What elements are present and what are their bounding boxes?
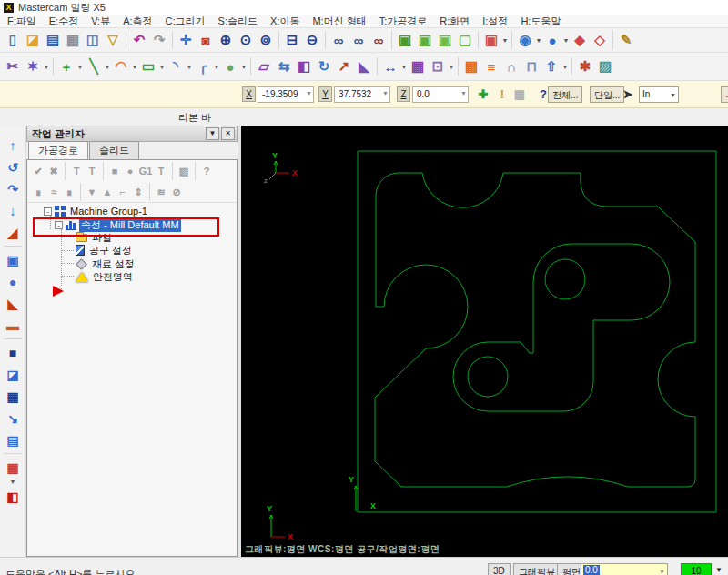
chevron-down-icon[interactable]: ▼ bbox=[448, 64, 455, 70]
z-coordinate-field[interactable]: 0.0▼ bbox=[412, 86, 469, 103]
xform-project-icon[interactable]: ◣ bbox=[354, 56, 374, 76]
level-indicator[interactable]: 10 bbox=[681, 563, 712, 575]
shading-off-icon[interactable]: ◇ bbox=[590, 30, 610, 50]
drill-circles[interactable] bbox=[468, 259, 585, 397]
zoom-previous-icon[interactable]: ⊟ bbox=[282, 30, 302, 50]
insert-position-marker[interactable] bbox=[53, 285, 64, 298]
pattern-grid-icon[interactable]: ▦ bbox=[408, 56, 428, 76]
expander-icon[interactable]: - bbox=[55, 221, 63, 229]
menu-settings[interactable]: I:설정 bbox=[482, 15, 508, 28]
solids-draft-icon[interactable]: ↘ bbox=[2, 408, 24, 429]
delete-entities-icon[interactable]: ▽ bbox=[103, 30, 123, 50]
gview-outline-icon[interactable]: ▢ bbox=[455, 30, 475, 50]
autocursor-config-icon[interactable]: ▦ bbox=[511, 86, 528, 103]
chevron-down-icon[interactable]: ▼ bbox=[460, 90, 467, 96]
chevron-down-icon[interactable]: ▼ bbox=[400, 64, 408, 70]
tree-row-machine-group[interactable]: - Machine Group-1 bbox=[44, 205, 149, 217]
chevron-down-icon[interactable]: ▼ bbox=[535, 37, 542, 44]
y-axis-button[interactable]: Y bbox=[318, 86, 332, 102]
new-file-icon[interactable]: ▯ bbox=[3, 30, 23, 50]
repaint-icon[interactable]: ◙ bbox=[196, 30, 216, 50]
solids-trim-icon[interactable]: ◣ bbox=[2, 293, 24, 314]
shading-on-icon[interactable]: ◆ bbox=[570, 30, 590, 50]
chevron-down-icon[interactable]: ▼ bbox=[104, 64, 111, 70]
lock-display-icon[interactable]: ∎ bbox=[62, 186, 76, 199]
y-coordinate-field[interactable]: 37.7532▼ bbox=[334, 86, 390, 103]
render-icon[interactable]: ✱ bbox=[575, 56, 595, 76]
lock-icon[interactable]: ∎ bbox=[31, 186, 46, 199]
view-3d-button[interactable]: 3D bbox=[488, 563, 511, 575]
solids-shell-icon[interactable]: ▣ bbox=[2, 249, 24, 270]
create-arc-icon[interactable]: ◠ bbox=[111, 56, 131, 76]
solids-loft-icon[interactable]: ↓ bbox=[2, 200, 24, 221]
fit-screen-icon[interactable]: ✛ bbox=[176, 30, 196, 50]
xform-offset-icon[interactable]: ↗ bbox=[334, 56, 354, 76]
trim-break-icon[interactable]: ✂ bbox=[3, 56, 23, 76]
regen-dirty-icon[interactable]: T bbox=[85, 165, 99, 178]
tree-label-selected[interactable]: 속성 - Mill Default MM bbox=[79, 218, 181, 232]
gview-cube-icon[interactable]: ▣ bbox=[481, 30, 501, 50]
z-axis-button[interactable]: Z bbox=[397, 86, 410, 102]
expander-icon[interactable]: - bbox=[44, 207, 52, 216]
chevron-down-icon[interactable]: ▼ bbox=[501, 37, 509, 44]
chevron-down-icon[interactable]: ▼ bbox=[213, 64, 220, 70]
redo-icon[interactable]: ↷ bbox=[149, 30, 169, 50]
gview-iso-icon[interactable]: ▣ bbox=[415, 30, 435, 50]
solids-fillet-icon[interactable]: ◢ bbox=[2, 222, 24, 243]
gview-button[interactable]: 그래픽뷰 bbox=[513, 563, 561, 575]
zoom-in-icon[interactable]: ⊕ bbox=[216, 30, 236, 50]
autocursor-override-icon[interactable]: ! bbox=[494, 86, 511, 103]
menu-analyze[interactable]: A:측정 bbox=[123, 15, 152, 28]
open-file-icon[interactable]: ◪ bbox=[23, 30, 43, 50]
part-contour[interactable] bbox=[375, 173, 695, 487]
menu-edit[interactable]: E:수정 bbox=[49, 15, 78, 28]
analyze-check-icon[interactable]: ∞ bbox=[369, 30, 389, 50]
solids-pattern-icon[interactable]: ▦ bbox=[2, 457, 24, 478]
chevron-down-icon[interactable]: ▼ bbox=[382, 90, 389, 96]
menu-help[interactable]: H:도움말 bbox=[521, 15, 561, 28]
highfeed-icon[interactable]: T bbox=[154, 165, 168, 178]
tree-row-properties[interactable]: - 속성 - Mill Default MM bbox=[55, 218, 181, 231]
autocursor-fastpoint-icon[interactable]: ✚ bbox=[475, 86, 491, 103]
tree-row-tool-settings[interactable]: 공구 설정 bbox=[76, 244, 134, 257]
move-up-icon[interactable]: ▲ bbox=[100, 186, 115, 199]
solids-boolean-icon[interactable]: ● bbox=[2, 271, 24, 292]
gview-iso-shaded-icon[interactable]: ▣ bbox=[395, 30, 415, 50]
filter-icon[interactable]: ⊘ bbox=[169, 186, 184, 199]
nesting-icon[interactable]: ⊡ bbox=[428, 56, 448, 76]
chevron-down-icon[interactable]: ▼ bbox=[659, 569, 665, 575]
chevron-down-icon[interactable]: ▼ bbox=[240, 64, 248, 70]
chevron-down-icon[interactable]: ▼ bbox=[306, 90, 312, 96]
chevron-down-icon[interactable]: ▼ bbox=[131, 64, 138, 70]
select-all-button[interactable]: 전체... bbox=[548, 86, 582, 103]
level-chevron-icon[interactable]: ▼ bbox=[715, 566, 723, 574]
stock-boundary-rect[interactable] bbox=[358, 151, 716, 512]
help-ops-icon[interactable]: ? bbox=[199, 165, 214, 178]
xform-rotate-icon[interactable]: ↻ bbox=[314, 56, 334, 76]
surface-tube-icon[interactable]: ⊓ bbox=[521, 56, 541, 76]
solids-thicken-icon[interactable]: ▬ bbox=[2, 315, 24, 336]
print-preview-icon[interactable]: ◫ bbox=[83, 30, 103, 50]
create-point-icon[interactable]: + bbox=[56, 56, 76, 76]
insert-arrow-icon[interactable]: ⌐ bbox=[116, 186, 130, 199]
analyze-distance-icon[interactable]: ↔ bbox=[380, 56, 400, 76]
create-cylinder-icon[interactable]: ● bbox=[220, 56, 240, 76]
tree-label[interactable]: Machine Group-1 bbox=[68, 206, 149, 217]
render-settings-icon[interactable]: ▨ bbox=[595, 56, 615, 76]
panel-menu-button[interactable]: ▼ bbox=[206, 127, 219, 140]
toolpath-display-icon[interactable]: ≈ bbox=[46, 186, 61, 199]
menu-view[interactable]: V:뷰 bbox=[91, 15, 110, 28]
units-select[interactable]: In▼ bbox=[639, 86, 679, 103]
select-all-ops-icon[interactable]: ✔ bbox=[31, 165, 46, 178]
solids-block-icon[interactable]: ■ bbox=[2, 342, 24, 363]
verify-icon[interactable]: ● bbox=[123, 165, 137, 178]
solids-import-icon[interactable]: ◪ bbox=[2, 364, 24, 385]
analyze-entity-icon[interactable]: ∞ bbox=[329, 30, 349, 50]
z-depth-field[interactable]: 0.0▼ bbox=[581, 563, 668, 575]
surface-net-icon[interactable]: ▦ bbox=[461, 56, 481, 76]
coordbar-more-button[interactable]: … bbox=[721, 86, 728, 103]
undo-icon[interactable]: ↶ bbox=[129, 30, 149, 50]
menu-machine-type[interactable]: M:머신 형태 bbox=[312, 15, 366, 28]
surface-flat-icon[interactable]: ≡ bbox=[481, 56, 501, 76]
x-coordinate-field[interactable]: -19.3509▼ bbox=[258, 86, 314, 103]
